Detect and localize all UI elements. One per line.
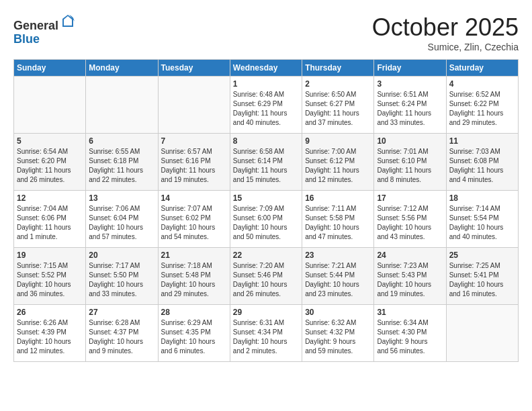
week-row-3: 12Sunrise: 7:04 AM Sunset: 6:06 PM Dayli… [14, 191, 519, 248]
day-number: 27 [89, 308, 154, 317]
day-number: 3 [377, 79, 443, 89]
calendar-cell: 16Sunrise: 7:11 AM Sunset: 5:58 PM Dayli… [302, 191, 374, 248]
calendar-cell: 18Sunrise: 7:14 AM Sunset: 5:54 PM Dayli… [446, 191, 518, 248]
day-number: 13 [89, 193, 154, 203]
calendar-cell: 20Sunrise: 7:17 AM Sunset: 5:50 PM Dayli… [86, 248, 158, 305]
calendar-cell: 3Sunrise: 6:51 AM Sunset: 6:24 PM Daylig… [374, 77, 446, 134]
calendar-cell: 10Sunrise: 7:01 AM Sunset: 6:10 PM Dayli… [374, 134, 446, 191]
day-info: Sunrise: 6:48 AM Sunset: 6:29 PM Dayligh… [233, 90, 299, 128]
calendar-cell: 4Sunrise: 6:52 AM Sunset: 6:22 PM Daylig… [446, 77, 518, 134]
calendar-cell: 14Sunrise: 7:07 AM Sunset: 6:02 PM Dayli… [158, 191, 230, 248]
day-number: 1 [233, 79, 299, 89]
weekday-header-saturday: Saturday [446, 60, 518, 77]
day-number: 6 [89, 136, 154, 146]
day-info: Sunrise: 6:31 AM Sunset: 4:34 PM Dayligh… [233, 318, 299, 356]
day-number: 25 [449, 250, 515, 260]
day-info: Sunrise: 7:15 AM Sunset: 5:52 PM Dayligh… [17, 261, 83, 299]
day-number: 28 [161, 308, 227, 317]
calendar-cell: 22Sunrise: 7:20 AM Sunset: 5:46 PM Dayli… [230, 248, 302, 305]
day-number: 4 [449, 79, 515, 89]
day-info: Sunrise: 7:01 AM Sunset: 6:10 PM Dayligh… [377, 147, 443, 185]
weekday-header-sunday: Sunday [14, 60, 86, 77]
day-number: 17 [377, 193, 443, 203]
day-number: 16 [305, 193, 371, 203]
calendar-cell: 24Sunrise: 7:23 AM Sunset: 5:43 PM Dayli… [374, 248, 446, 305]
week-row-5: 26Sunrise: 6:26 AM Sunset: 4:39 PM Dayli… [14, 305, 519, 362]
logo-icon [60, 13, 76, 30]
day-info: Sunrise: 7:11 AM Sunset: 5:58 PM Dayligh… [305, 204, 371, 242]
day-number: 11 [449, 136, 515, 146]
calendar-cell: 19Sunrise: 7:15 AM Sunset: 5:52 PM Dayli… [14, 248, 86, 305]
day-info: Sunrise: 6:28 AM Sunset: 4:37 PM Dayligh… [89, 318, 154, 356]
day-info: Sunrise: 7:25 AM Sunset: 5:41 PM Dayligh… [449, 261, 515, 299]
week-row-1: 1Sunrise: 6:48 AM Sunset: 6:29 PM Daylig… [14, 77, 519, 134]
day-info: Sunrise: 6:57 AM Sunset: 6:16 PM Dayligh… [161, 147, 227, 185]
day-number: 9 [305, 136, 371, 146]
day-info: Sunrise: 7:17 AM Sunset: 5:50 PM Dayligh… [89, 261, 154, 299]
day-info: Sunrise: 7:20 AM Sunset: 5:46 PM Dayligh… [233, 261, 299, 299]
calendar-cell: 11Sunrise: 7:03 AM Sunset: 6:08 PM Dayli… [446, 134, 518, 191]
calendar-cell: 8Sunrise: 6:58 AM Sunset: 6:14 PM Daylig… [230, 134, 302, 191]
calendar-cell: 21Sunrise: 7:18 AM Sunset: 5:48 PM Dayli… [158, 248, 230, 305]
day-info: Sunrise: 7:14 AM Sunset: 5:54 PM Dayligh… [449, 204, 515, 242]
day-info: Sunrise: 7:23 AM Sunset: 5:43 PM Dayligh… [377, 261, 443, 299]
calendar-cell [86, 77, 158, 134]
calendar-cell: 23Sunrise: 7:21 AM Sunset: 5:44 PM Dayli… [302, 248, 374, 305]
weekday-header-row: SundayMondayTuesdayWednesdayThursdayFrid… [14, 60, 519, 77]
day-info: Sunrise: 7:03 AM Sunset: 6:08 PM Dayligh… [449, 147, 515, 185]
calendar-cell: 31Sunrise: 6:34 AM Sunset: 4:30 PM Dayli… [374, 305, 446, 362]
day-info: Sunrise: 7:21 AM Sunset: 5:44 PM Dayligh… [305, 261, 371, 299]
calendar-cell: 27Sunrise: 6:28 AM Sunset: 4:37 PM Dayli… [86, 305, 158, 362]
calendar-cell: 30Sunrise: 6:32 AM Sunset: 4:32 PM Dayli… [302, 305, 374, 362]
day-number: 8 [233, 136, 299, 146]
calendar-cell: 1Sunrise: 6:48 AM Sunset: 6:29 PM Daylig… [230, 77, 302, 134]
day-info: Sunrise: 6:29 AM Sunset: 4:35 PM Dayligh… [161, 318, 227, 356]
calendar-cell: 6Sunrise: 6:55 AM Sunset: 6:18 PM Daylig… [86, 134, 158, 191]
weekday-header-thursday: Thursday [302, 60, 374, 77]
day-info: Sunrise: 6:55 AM Sunset: 6:18 PM Dayligh… [89, 147, 154, 185]
day-info: Sunrise: 6:26 AM Sunset: 4:39 PM Dayligh… [17, 318, 83, 356]
month-title: October 2025 [372, 13, 519, 42]
calendar-cell [14, 77, 86, 134]
day-number: 24 [377, 250, 443, 260]
day-number: 19 [17, 250, 83, 260]
calendar-cell: 15Sunrise: 7:09 AM Sunset: 6:00 PM Dayli… [230, 191, 302, 248]
day-number: 12 [17, 193, 83, 203]
calendar-cell: 12Sunrise: 7:04 AM Sunset: 6:06 PM Dayli… [14, 191, 86, 248]
day-info: Sunrise: 7:09 AM Sunset: 6:00 PM Dayligh… [233, 204, 299, 242]
calendar-cell: 25Sunrise: 7:25 AM Sunset: 5:41 PM Dayli… [446, 248, 518, 305]
calendar-cell [158, 77, 230, 134]
calendar-cell: 13Sunrise: 7:06 AM Sunset: 6:04 PM Dayli… [86, 191, 158, 248]
calendar-cell: 28Sunrise: 6:29 AM Sunset: 4:35 PM Dayli… [158, 305, 230, 362]
logo-general-text: General [13, 19, 58, 32]
day-info: Sunrise: 7:07 AM Sunset: 6:02 PM Dayligh… [161, 204, 227, 242]
day-info: Sunrise: 7:12 AM Sunset: 5:56 PM Dayligh… [377, 204, 443, 242]
day-info: Sunrise: 6:34 AM Sunset: 4:30 PM Dayligh… [377, 318, 443, 356]
day-number: 22 [233, 250, 299, 260]
weekday-header-wednesday: Wednesday [230, 60, 302, 77]
day-number: 7 [161, 136, 227, 146]
calendar-cell [446, 305, 518, 362]
day-number: 30 [305, 308, 371, 317]
day-number: 2 [305, 79, 371, 89]
calendar-cell: 26Sunrise: 6:26 AM Sunset: 4:39 PM Dayli… [14, 305, 86, 362]
day-number: 21 [161, 250, 227, 260]
calendar-table: SundayMondayTuesdayWednesdayThursdayFrid… [13, 59, 519, 362]
day-info: Sunrise: 6:51 AM Sunset: 6:24 PM Dayligh… [377, 90, 443, 128]
weekday-header-tuesday: Tuesday [158, 60, 230, 77]
day-info: Sunrise: 6:32 AM Sunset: 4:32 PM Dayligh… [305, 318, 371, 356]
logo: General Blue [13, 13, 76, 46]
day-number: 15 [233, 193, 299, 203]
day-number: 14 [161, 193, 227, 203]
calendar-cell: 29Sunrise: 6:31 AM Sunset: 4:34 PM Dayli… [230, 305, 302, 362]
weekday-header-friday: Friday [374, 60, 446, 77]
location-text: Sumice, Zlin, Czechia [372, 42, 519, 52]
calendar-cell: 5Sunrise: 6:54 AM Sunset: 6:20 PM Daylig… [14, 134, 86, 191]
page-header: General Blue October 2025 Sumice, Zlin, … [13, 13, 519, 52]
calendar-cell: 9Sunrise: 7:00 AM Sunset: 6:12 PM Daylig… [302, 134, 374, 191]
day-info: Sunrise: 6:58 AM Sunset: 6:14 PM Dayligh… [233, 147, 299, 185]
weekday-header-monday: Monday [86, 60, 158, 77]
day-number: 29 [233, 308, 299, 317]
day-info: Sunrise: 6:50 AM Sunset: 6:27 PM Dayligh… [305, 90, 371, 128]
day-info: Sunrise: 7:04 AM Sunset: 6:06 PM Dayligh… [17, 204, 83, 242]
